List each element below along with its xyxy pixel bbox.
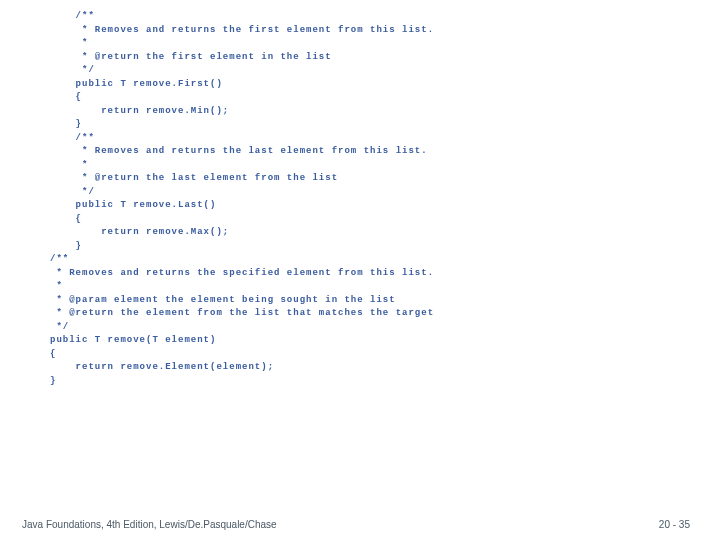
code-line: * @return the element from the list that…: [50, 307, 680, 321]
code-line: {: [50, 348, 680, 362]
code-line: */: [50, 64, 680, 78]
code-line: }: [50, 118, 680, 132]
code-line: * Removes and returns the specified elem…: [50, 267, 680, 281]
page-number: 20 - 35: [659, 519, 690, 530]
code-line: return remove.Element(element);: [50, 361, 680, 375]
code-line: {: [50, 213, 680, 227]
footer-citation: Java Foundations, 4th Edition, Lewis/De.…: [22, 519, 277, 530]
code-line: public T remove.First(): [50, 78, 680, 92]
code-line: */: [50, 321, 680, 335]
code-line: }: [50, 375, 680, 389]
code-line: * Removes and returns the first element …: [50, 24, 680, 38]
code-line: *: [50, 280, 680, 294]
code-line: * @param element the element being sough…: [50, 294, 680, 308]
code-line: return remove.Max();: [50, 226, 680, 240]
code-line: return remove.Min();: [50, 105, 680, 119]
code-line: /**: [50, 132, 680, 146]
code-line: * Removes and returns the last element f…: [50, 145, 680, 159]
code-line: */: [50, 186, 680, 200]
code-line: {: [50, 91, 680, 105]
code-line: public T remove.Last(): [50, 199, 680, 213]
code-line: }: [50, 240, 680, 254]
code-line: * @return the first element in the list: [50, 51, 680, 65]
code-line: /**: [50, 253, 680, 267]
code-line: * @return the last element from the list: [50, 172, 680, 186]
code-line: *: [50, 159, 680, 173]
code-block: /** * Removes and returns the first elem…: [50, 10, 680, 388]
code-line: public T remove(T element): [50, 334, 680, 348]
code-line: *: [50, 37, 680, 51]
code-line: /**: [50, 10, 680, 24]
